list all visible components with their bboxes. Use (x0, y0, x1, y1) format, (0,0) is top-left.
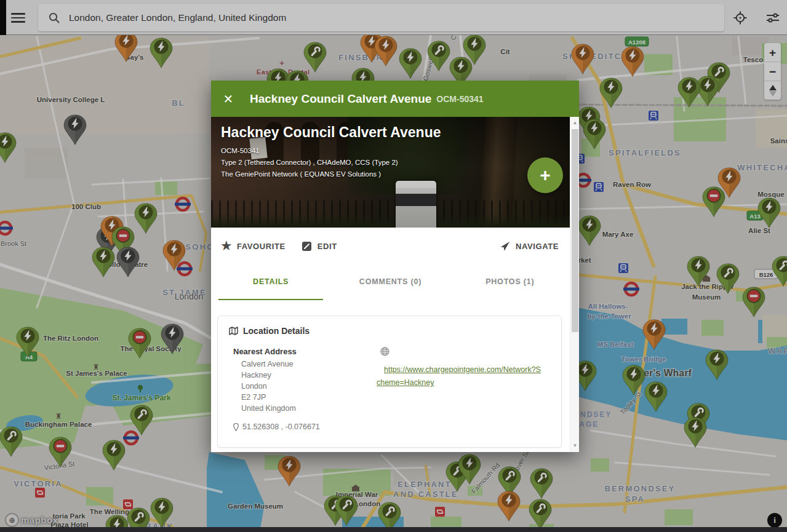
panel-ocm-id: OCM-50341 (436, 94, 483, 104)
tab-comments[interactable]: COMMENTS (0) (338, 264, 442, 300)
panel-body: Hackney Council Calvert Avenue OCM-50341… (211, 117, 570, 452)
scrollbar-up-arrow[interactable]: ▲ (570, 118, 580, 128)
address-line: E2 7JP (241, 392, 377, 403)
address-line: Hackney (241, 370, 377, 381)
close-icon[interactable]: ✕ (222, 93, 234, 105)
photo-connectors: Type 2 (Tethered Connector) , CHAdeMO, C… (221, 157, 441, 169)
coordinates-row: 51.526308 , -0.076671 (233, 423, 377, 431)
scrollbar-thumb[interactable] (572, 129, 578, 332)
photo-overlay-text: Hackney Council Calvert Avenue OCM-50341… (221, 124, 441, 180)
edit-icon (302, 240, 313, 252)
panel-title: Hackney Council Calvert Avenue (250, 92, 431, 106)
favourite-button[interactable]: ★ FAVOURITE (221, 240, 286, 252)
action-bar: ★ FAVOURITE EDIT (211, 228, 570, 264)
address-line: London (241, 381, 377, 392)
nearest-address-label: Nearest Address (233, 347, 377, 356)
tab-details[interactable]: DETAILS (218, 264, 323, 300)
website-column: https://www.chargepointgenie.com/Network… (377, 347, 551, 431)
tab-bar: DETAILS COMMENTS (0) PHOTOS (1) (211, 264, 570, 300)
globe-icon (380, 347, 390, 356)
location-details-title: Location Details (243, 326, 310, 336)
poi-detail-panel: ✕ Hackney Council Calvert Avenue OCM-503… (211, 81, 579, 452)
photo-ocm-id: OCM-50341 (221, 145, 441, 157)
panel-scrollbar: ▲ ▼ (570, 117, 579, 452)
app-window: ♜♜+ FINSBURYSHOREDITCHSPITALFIELDSWHITEC… (0, 0, 787, 532)
coordinates-value: 51.526308 , -0.076671 (242, 423, 320, 431)
location-details-card: Location Details Nearest Address Calvert… (217, 316, 562, 448)
bottom-bar (0, 527, 787, 532)
photo-network: The GeniePoint Network ( EQUANS EV Solut… (221, 169, 441, 180)
navigate-button[interactable]: NAVIGATE (500, 240, 559, 252)
website-link[interactable]: https://www.chargepointgenie.com/Network… (377, 363, 544, 389)
poi-photo: Hackney Council Calvert Avenue OCM-50341… (211, 117, 570, 228)
address-column: Nearest Address Calvert Avenue Hackney L… (228, 347, 377, 431)
panel-header: ✕ Hackney Council Calvert Avenue OCM-503… (211, 81, 579, 117)
map-fold-icon (229, 327, 238, 335)
tab-photos[interactable]: PHOTOS (1) (458, 264, 562, 300)
scrollbar-down-arrow[interactable]: ▼ (570, 441, 580, 451)
star-icon: ★ (221, 240, 232, 252)
navigate-icon (500, 240, 511, 252)
location-pin-icon (233, 423, 239, 431)
photo-title: Hackney Council Calvert Avenue (221, 124, 441, 141)
address-line: United Kingdom (241, 403, 377, 414)
favourite-label: FAVOURITE (237, 242, 286, 251)
add-fab-button[interactable]: + (527, 157, 563, 193)
address-line: Calvert Avenue (241, 359, 377, 370)
edit-label: EDIT (318, 242, 337, 251)
navigate-label: NAVIGATE (516, 242, 559, 251)
edit-button[interactable]: EDIT (302, 240, 337, 252)
